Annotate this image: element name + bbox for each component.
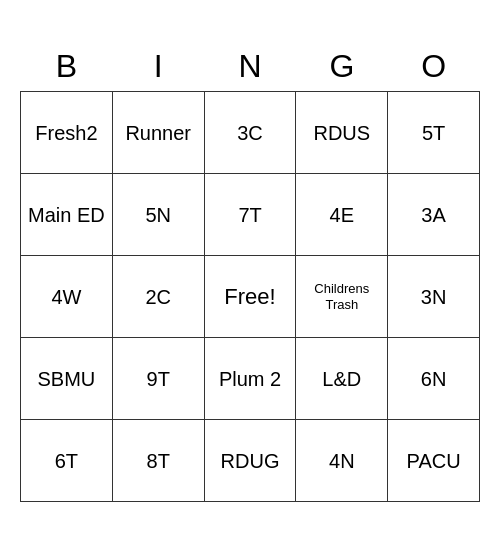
bingo-row-2: 4W2CFree!Childrens Trash3N — [21, 256, 480, 338]
bingo-cell-4-3: 4N — [296, 420, 388, 502]
bingo-cell-1-4: 3A — [388, 174, 480, 256]
bingo-cell-2-2: Free! — [204, 256, 296, 338]
bingo-card: BINGO Fresh2Runner3CRDUS5TMain ED5N7T4E3… — [20, 42, 480, 503]
bingo-cell-2-3: Childrens Trash — [296, 256, 388, 338]
bingo-cell-3-2: Plum 2 — [204, 338, 296, 420]
bingo-cell-1-2: 7T — [204, 174, 296, 256]
bingo-cell-4-1: 8T — [112, 420, 204, 502]
bingo-cell-4-0: 6T — [21, 420, 113, 502]
bingo-body: Fresh2Runner3CRDUS5TMain ED5N7T4E3A4W2CF… — [21, 92, 480, 502]
bingo-row-1: Main ED5N7T4E3A — [21, 174, 480, 256]
header-letter-o: O — [388, 42, 480, 92]
bingo-cell-3-4: 6N — [388, 338, 480, 420]
bingo-cell-4-4: PACU — [388, 420, 480, 502]
header-letter-i: I — [112, 42, 204, 92]
bingo-row-3: SBMU9TPlum 2L&D6N — [21, 338, 480, 420]
bingo-row-4: 6T8TRDUG4NPACU — [21, 420, 480, 502]
bingo-cell-2-0: 4W — [21, 256, 113, 338]
bingo-cell-3-0: SBMU — [21, 338, 113, 420]
bingo-cell-3-3: L&D — [296, 338, 388, 420]
bingo-cell-0-2: 3C — [204, 92, 296, 174]
header-letter-n: N — [204, 42, 296, 92]
bingo-cell-4-2: RDUG — [204, 420, 296, 502]
header-letter-b: B — [21, 42, 113, 92]
bingo-cell-0-1: Runner — [112, 92, 204, 174]
bingo-cell-0-3: RDUS — [296, 92, 388, 174]
header-letter-g: G — [296, 42, 388, 92]
bingo-header: BINGO — [21, 42, 480, 92]
bingo-cell-0-0: Fresh2 — [21, 92, 113, 174]
bingo-cell-1-3: 4E — [296, 174, 388, 256]
bingo-cell-3-1: 9T — [112, 338, 204, 420]
bingo-cell-2-4: 3N — [388, 256, 480, 338]
bingo-cell-1-0: Main ED — [21, 174, 113, 256]
bingo-cell-0-4: 5T — [388, 92, 480, 174]
bingo-cell-2-1: 2C — [112, 256, 204, 338]
bingo-row-0: Fresh2Runner3CRDUS5T — [21, 92, 480, 174]
bingo-cell-1-1: 5N — [112, 174, 204, 256]
